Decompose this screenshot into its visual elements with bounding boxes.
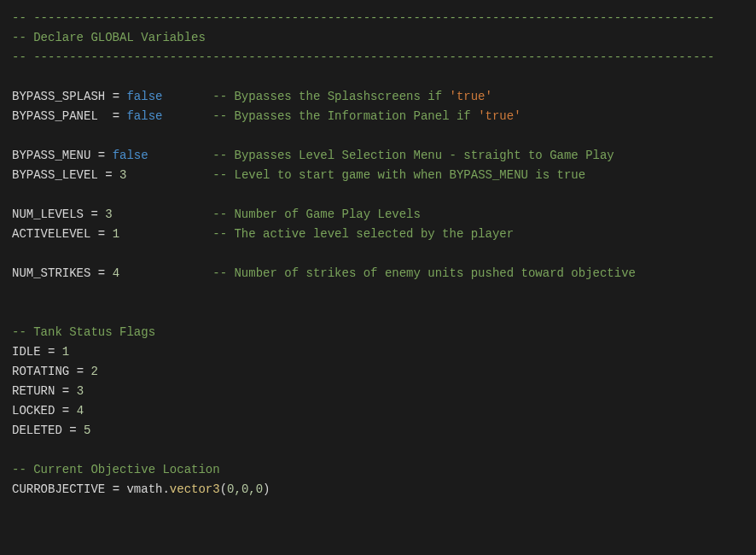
var-active-level: ACTIVELEVEL — [12, 227, 90, 241]
module-vmath: vmath — [126, 482, 162, 496]
cmt-panel: -- Bypasses the Information Panel if — [212, 109, 478, 123]
cmt-menu: -- Bypasses Level Selection Menu - strai… — [212, 149, 614, 162]
val-num-levels: 3 — [105, 207, 112, 221]
val-idle: 1 — [62, 345, 69, 359]
val-bypass-splash: false — [126, 90, 162, 103]
cmt-level: -- Level to start game with when BYPASS_… — [212, 168, 585, 182]
var-num-strikes: NUM_STRIKES — [12, 266, 90, 280]
var-currobjective: CURROBJECTIVE — [12, 482, 105, 496]
cmt-panel-true: 'true' — [478, 109, 520, 123]
var-num-levels: NUM_LEVELS — [12, 207, 84, 221]
cmt-num-strikes: -- Number of strikes of enemy units push… — [212, 266, 636, 280]
val-bypass-level: 3 — [119, 168, 126, 182]
cmt-active-level: -- The active level selected by the play… — [212, 227, 514, 241]
val-active-level: 1 — [113, 227, 119, 241]
cmt-objective-hdr: -- Current Objective Location — [12, 463, 220, 476]
code-block: -- -------------------------------------… — [0, 0, 756, 511]
var-bypass-level: BYPASS_LEVEL — [12, 168, 98, 182]
args-vector3: 0,0,0 — [227, 482, 263, 496]
val-rotating: 2 — [90, 365, 97, 378]
cmt-num-levels: -- Number of Game Play Levels — [212, 207, 421, 221]
val-return: 3 — [77, 384, 84, 398]
val-bypass-menu: false — [113, 149, 148, 162]
var-bypass-menu: BYPASS_MENU — [12, 149, 90, 162]
var-locked: LOCKED — [12, 404, 55, 418]
var-return: RETURN — [12, 384, 55, 398]
var-rotating: ROTATING — [12, 365, 69, 378]
fn-vector3: vector3 — [170, 482, 220, 496]
val-locked: 4 — [77, 404, 84, 418]
cmt-tank-hdr: -- Tank Status Flags — [12, 325, 155, 339]
comment-title: -- Declare GLOBAL Variables — [12, 31, 206, 44]
var-idle: IDLE — [12, 345, 41, 359]
comment-divider: -- -------------------------------------… — [12, 11, 714, 25]
var-deleted: DELETED — [12, 424, 62, 437]
var-bypass-splash: BYPASS_SPLASH — [12, 90, 105, 103]
cmt-splash: -- Bypasses the Splashscreens if — [212, 90, 449, 103]
var-bypass-panel: BYPASS_PANEL — [12, 109, 98, 123]
cmt-splash-true: 'true' — [450, 90, 492, 103]
val-num-strikes: 4 — [113, 266, 119, 280]
val-deleted: 5 — [84, 424, 90, 437]
comment-divider: -- -------------------------------------… — [12, 50, 714, 64]
val-bypass-panel: false — [126, 109, 162, 123]
